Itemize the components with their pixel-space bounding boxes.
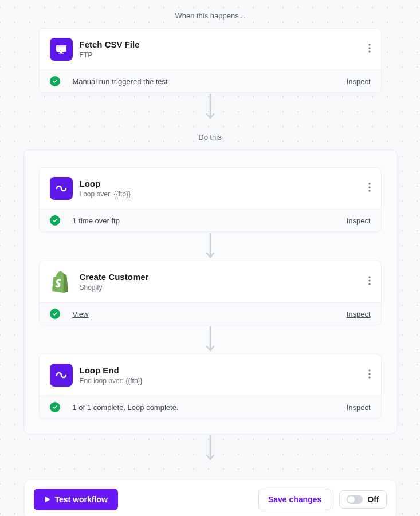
success-check-icon [50, 402, 60, 412]
arrow-down-icon [205, 325, 216, 354]
loop-end-status-text: 1 of 1 complete. Loop complete. [73, 403, 347, 412]
svg-point-15 [368, 376, 370, 378]
svg-point-4 [368, 44, 370, 45]
loop-start-subtitle: Loop over: {{ftp}} [80, 190, 362, 198]
footer-bar: Test workflow Save changes Off [24, 480, 397, 516]
create-customer-card[interactable]: Create Customer Shopify View Inspect [39, 261, 382, 325]
more-icon [368, 44, 371, 53]
arrow-down-icon [205, 232, 216, 261]
svg-rect-3 [58, 53, 64, 54]
svg-point-10 [368, 276, 370, 278]
play-icon [44, 496, 51, 503]
trigger-title: Fetch CSV File [80, 40, 362, 50]
loop-container: Loop Loop over: {{ftp}} 1 time over ftp … [23, 149, 397, 434]
loop-end-title: Loop End [80, 365, 362, 376]
loop-start-inspect-link[interactable]: Inspect [347, 216, 371, 225]
svg-rect-2 [60, 52, 62, 53]
create-customer-view-link[interactable]: View [73, 310, 347, 318]
test-workflow-label: Test workflow [55, 495, 108, 504]
trigger-inspect-link[interactable]: Inspect [347, 77, 371, 86]
more-icon [368, 276, 371, 285]
svg-point-8 [368, 186, 370, 188]
more-icon [368, 183, 371, 192]
arrow-down-icon [205, 93, 216, 121]
test-workflow-button[interactable]: Test workflow [34, 489, 118, 510]
trigger-status-text: Manual run triggered the test [73, 77, 347, 86]
loop-end-inspect-link[interactable]: Inspect [347, 403, 371, 412]
success-check-icon [50, 76, 60, 86]
toggle-switch-icon [347, 495, 363, 504]
svg-point-6 [368, 50, 370, 52]
loop-end-icon [50, 364, 73, 387]
svg-point-11 [368, 279, 370, 281]
trigger-card[interactable]: Fetch CSV File FTP Manual run triggered … [39, 28, 382, 93]
loop-end-subtitle: End loop over: {{ftp}} [80, 377, 362, 385]
loop-start-title: Loop [80, 179, 362, 190]
trigger-subtitle: FTP [80, 51, 362, 59]
ftp-icon [50, 38, 73, 61]
trigger-section-label: When this happens... [0, 11, 420, 20]
save-changes-button[interactable]: Save changes [258, 489, 331, 510]
loop-end-card[interactable]: Loop End End loop over: {{ftp}} 1 of 1 c… [39, 354, 382, 419]
loop-start-status-text: 1 time over ftp [73, 216, 347, 225]
workflow-toggle[interactable]: Off [339, 490, 386, 509]
svg-rect-1 [56, 45, 66, 47]
loop-end-menu-button[interactable] [362, 367, 371, 383]
svg-point-7 [368, 183, 370, 184]
create-customer-menu-button[interactable] [362, 274, 371, 290]
trigger-menu-button[interactable] [362, 41, 371, 57]
action-section-label: Do this [0, 133, 420, 141]
success-check-icon [50, 309, 60, 319]
arrow-down-icon [205, 434, 216, 463]
svg-point-9 [368, 190, 370, 191]
success-check-icon [50, 215, 60, 226]
loop-start-menu-button[interactable] [362, 180, 371, 196]
more-icon [368, 369, 371, 379]
toggle-label: Off [367, 495, 379, 504]
create-customer-title: Create Customer [80, 272, 362, 283]
svg-point-14 [368, 373, 370, 375]
create-customer-subtitle: Shopify [80, 283, 362, 292]
shopify-icon [50, 270, 73, 293]
svg-point-13 [368, 369, 370, 371]
loop-icon [50, 177, 73, 200]
loop-start-card[interactable]: Loop Loop over: {{ftp}} 1 time over ftp … [39, 167, 382, 232]
svg-point-5 [368, 47, 370, 49]
svg-point-12 [368, 283, 370, 285]
create-customer-inspect-link[interactable]: Inspect [347, 310, 371, 318]
